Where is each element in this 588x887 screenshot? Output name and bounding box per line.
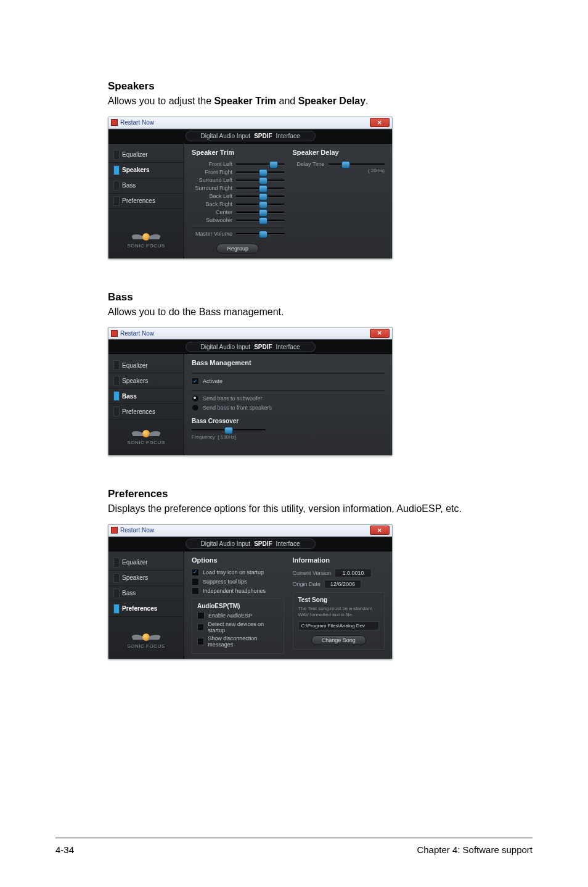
logo-text: SONIC FOCUS [127,643,165,649]
test-song-path: C:\Program Files\Analog Dev [298,621,380,630]
checkbox-detect-devices[interactable]: Detect new devices on startup [197,621,279,633]
radio-send-subwoofer[interactable]: Send bass to subwoofer [192,395,385,402]
checkbox-label: Independent headphones [203,588,266,594]
slider-surround-right[interactable] [236,185,284,191]
section-desc-speakers: Allows you to adjust the Speaker Trim an… [108,94,533,108]
close-button[interactable]: ✕ [370,329,390,338]
slider-crossover[interactable] [192,427,266,433]
tab-equalizer[interactable]: Equalizer [108,555,184,571]
checkbox-suppress-tips[interactable]: Suppress tool tips [192,578,284,585]
test-song-title: Test Song [298,596,380,603]
window-title: Restart Now [120,527,154,534]
logo-text: SONIC FOCUS [127,440,165,445]
slider-label: Delay Time [293,161,325,167]
tab-speakers[interactable]: Speakers [108,373,184,389]
header-spdif: SPDIF [254,344,272,350]
tab-label: Preferences [122,408,155,415]
tab-preferences[interactable]: Preferences [108,404,184,419]
slider-label: Back Left [192,193,232,199]
checkbox-indep-headphones[interactable]: Independent headphones [192,587,284,595]
app-icon [111,527,118,534]
audioesp-title: AudioESP(TM) [197,603,279,609]
current-version: 1.0.0010 [335,569,372,577]
logo-text: SONIC FOCUS [127,243,165,249]
slider-label: Subwoofer [192,217,232,223]
tab-label: Speakers [122,377,148,384]
slider-label: Surround Left [192,177,232,183]
header-text: Interface [276,344,300,350]
regroup-button[interactable]: Regroup [216,244,259,254]
header-bar: Digital Audio InputSPDIF Interface [108,537,392,551]
titlebar: Restart Now ✕ [108,525,392,537]
slider-label: Master Volume [192,231,232,237]
brand-logo: SONIC FOCUS [108,223,184,255]
slider-surround-left[interactable] [236,177,284,183]
slider-label: Front Right [192,169,232,175]
section-desc-prefs: Displays the preference options for this… [108,502,533,516]
slider-delay-time[interactable] [329,161,385,167]
options-title: Options [192,556,284,564]
header-text: Digital Audio Input [201,344,251,350]
test-song-desc: The Test song must be a standard WAV for… [298,606,380,619]
bass-crossover-title: Bass Crossover [192,418,385,424]
app-icon [111,330,118,337]
radio-send-front[interactable]: Send bass to front speakers [192,404,385,411]
app-icon [111,119,118,126]
text-bold: Speaker Delay [298,96,365,106]
slider-label: Back Right [192,201,232,207]
slider-subwoofer[interactable] [236,217,284,223]
header-text: Digital Audio Input [201,540,251,547]
freq-label: Frequency [192,434,215,440]
tab-label: Bass [122,393,137,400]
close-button[interactable]: ✕ [370,526,390,535]
tab-bass[interactable]: Bass [108,389,184,404]
tab-preferences[interactable]: Preferences [108,194,184,209]
tab-label: Equalizer [122,362,148,369]
checkbox-label: Detect new devices on startup [208,621,278,633]
sidebar: Equalizer Speakers Bass Preferences SONI… [108,144,184,258]
tab-bass[interactable]: Bass [108,178,184,194]
checkbox-show-disconnect[interactable]: Show disconnection messages [197,635,279,648]
tab-equalizer[interactable]: Equalizer [108,358,184,373]
slider-label: Surround Right [192,185,232,191]
bass-window: Restart Now ✕ Digital Audio InputSPDIF I… [108,327,393,456]
page-footer: 4-34 Chapter 4: Software support [55,838,533,855]
checkbox-label: Suppress tool tips [203,579,247,585]
section-title-bass: Bass [108,291,533,303]
header-text: Digital Audio Input [201,133,251,139]
checkbox-tray-icon[interactable]: Load tray icon on startup [192,569,284,576]
tab-bass[interactable]: Bass [108,586,184,601]
sidebar: Equalizer Speakers Bass Preferences SONI… [108,354,184,455]
titlebar: Restart Now ✕ [108,328,392,339]
close-button[interactable]: ✕ [370,118,390,127]
section-desc-bass: Allows you to do the Bass management. [108,305,533,319]
tab-preferences[interactable]: Preferences [108,601,184,617]
tab-equalizer[interactable]: Equalizer [108,147,184,163]
slider-center[interactable] [236,209,284,215]
section-title-prefs: Preferences [108,488,533,500]
checkbox-enable-esp[interactable]: Enable AudioESP [197,612,279,619]
slider-back-left[interactable] [236,193,284,199]
speaker-trim-title: Speaker Trim [192,149,284,156]
tab-label: Preferences [122,197,155,204]
page-number: 4-34 [55,844,74,855]
freq-value: [ 130Hz] [218,434,236,440]
info-label: Origin Date [293,581,321,587]
header-spdif: SPDIF [254,540,272,547]
speakers-window: Restart Now ✕ Digital Audio InputSPDIF I… [108,117,393,259]
tab-label: Speakers [122,574,148,581]
text: . [365,96,368,106]
titlebar: Restart Now ✕ [108,117,392,129]
tab-speakers[interactable]: Speakers [108,163,184,178]
tab-speakers[interactable]: Speakers [108,571,184,586]
window-title: Restart Now [120,119,154,126]
change-song-button[interactable]: Change Song [311,635,366,645]
slider-front-left[interactable] [236,161,284,167]
slider-front-right[interactable] [236,169,284,175]
checkbox-activate[interactable]: Activate [192,377,385,385]
slider-master-volume[interactable] [236,231,284,237]
slider-back-right[interactable] [236,201,284,207]
checkbox-label: Load tray icon on startup [203,569,264,576]
radio-label: Send bass to subwoofer [203,395,263,402]
checkbox-label: Show disconnection messages [208,635,278,648]
